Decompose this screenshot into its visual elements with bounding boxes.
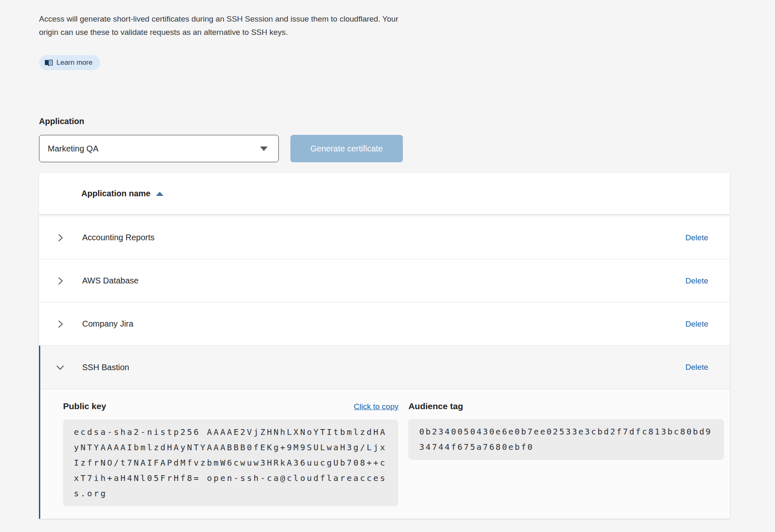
- chevron-down-icon: [55, 362, 65, 372]
- generate-certificate-button[interactable]: Generate certificate: [290, 135, 403, 162]
- expand-row-button[interactable]: [55, 232, 66, 243]
- application-name-column-header: Application name: [81, 189, 151, 198]
- application-row-name: Accounting Reports: [82, 233, 685, 242]
- chevron-right-icon: [55, 276, 65, 286]
- public-key-section: Public key Click to copy ecdsa-sha2-nist…: [63, 401, 398, 506]
- learn-more-label: Learn more: [56, 59, 93, 67]
- sort-by-application-name[interactable]: Application name: [81, 189, 163, 198]
- delete-link[interactable]: Delete: [685, 320, 708, 329]
- audience-tag-label: Audience tag: [408, 401, 463, 412]
- click-to-copy-link[interactable]: Click to copy: [354, 401, 399, 412]
- table-row: AWS Database Delete: [39, 259, 730, 303]
- table-row-expanded: SSH Bastion Delete: [40, 346, 730, 389]
- expand-row-button[interactable]: [55, 276, 66, 286]
- chevron-right-icon: [55, 319, 65, 329]
- collapse-row-button[interactable]: [55, 362, 66, 373]
- application-select-value: Marketing QA: [48, 144, 98, 154]
- audience-tag-value: 0b2340050430e6e0b7ee02533e3cbd2f7dfc813b…: [408, 419, 724, 460]
- certificate-detail-panel: Public key Click to copy ecdsa-sha2-nist…: [40, 389, 730, 519]
- expand-row-button[interactable]: [55, 319, 66, 329]
- ssh-certificates-page: Access will generate short-lived certifi…: [0, 0, 775, 519]
- intro-description: Access will generate short-lived certifi…: [39, 12, 412, 39]
- application-field-label: Application: [39, 116, 775, 126]
- application-row-name: SSH Bastion: [82, 363, 685, 372]
- table-row: Company Jira Delete: [39, 303, 730, 346]
- public-key-label: Public key: [63, 401, 106, 412]
- table-header-row: Application name: [39, 173, 730, 214]
- chevron-right-icon: [55, 233, 65, 243]
- public-key-value: ecdsa-sha2-nistp256 AAAAE2VjZHNhLXNoYTIt…: [63, 420, 398, 506]
- certificate-controls: Marketing QA Generate certificate: [39, 135, 775, 162]
- book-icon: [44, 59, 53, 66]
- table-row: Accounting Reports Delete: [39, 216, 730, 259]
- learn-more-button[interactable]: Learn more: [39, 55, 100, 70]
- audience-tag-section: Audience tag 0b2340050430e6e0b7ee02533e3…: [408, 401, 724, 506]
- delete-link[interactable]: Delete: [685, 233, 708, 242]
- delete-link[interactable]: Delete: [685, 363, 708, 372]
- delete-link[interactable]: Delete: [685, 276, 708, 286]
- expanded-row-region: SSH Bastion Delete Public key Click to c…: [39, 346, 730, 519]
- chevron-down-icon: [260, 146, 268, 151]
- sort-ascending-icon: [156, 192, 163, 196]
- table-body: Accounting Reports Delete AWS Database D…: [39, 216, 730, 519]
- application-select[interactable]: Marketing QA: [39, 135, 279, 162]
- applications-table: Application name Accounting Reports Dele…: [39, 173, 730, 519]
- application-row-name: AWS Database: [82, 276, 685, 286]
- application-row-name: Company Jira: [82, 319, 685, 329]
